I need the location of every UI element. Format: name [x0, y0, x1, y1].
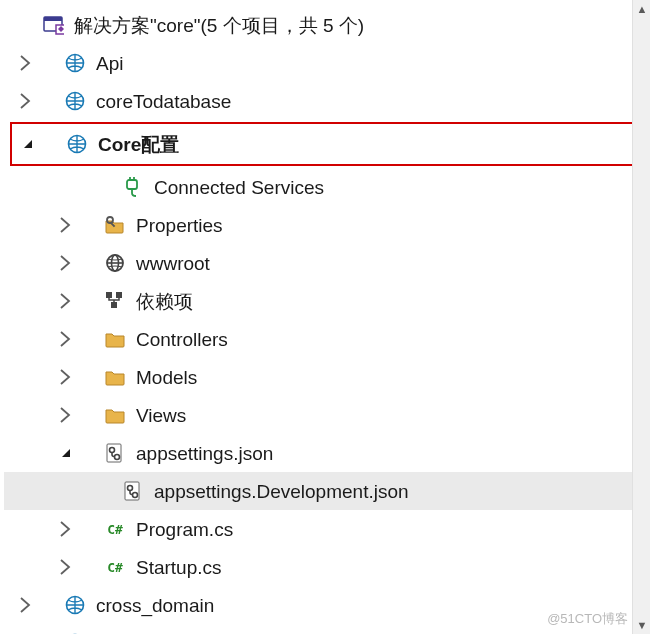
node-views[interactable]: Views	[4, 396, 650, 434]
watermark: @51CTO博客	[547, 610, 628, 628]
node-appsettings[interactable]: appsettings.json	[4, 434, 650, 472]
node-label: appsettings.Development.json	[154, 482, 409, 501]
expander-open-icon[interactable]	[58, 445, 74, 461]
project-label: Core配置	[98, 135, 179, 154]
node-label: Controllers	[136, 330, 228, 349]
node-properties[interactable]: Properties	[4, 206, 650, 244]
scroll-up-icon[interactable]: ▲	[633, 0, 650, 18]
node-dependencies[interactable]: 依赖项	[4, 282, 650, 320]
scroll-down-icon[interactable]: ▼	[633, 616, 650, 634]
json-file-icon	[120, 478, 146, 504]
project-label: cross_domain	[96, 596, 214, 615]
tree: 解决方案"core"(5 个项目，共 5 个) Api coreTodataba…	[0, 0, 650, 634]
node-wwwroot[interactable]: wwwroot	[4, 244, 650, 282]
node-models[interactable]: Models	[4, 358, 650, 396]
node-label: Connected Services	[154, 178, 324, 197]
globe-icon	[102, 250, 128, 276]
web-project-icon	[62, 50, 88, 76]
expander-closed-icon[interactable]	[58, 521, 74, 537]
node-startup-cs[interactable]: C# Startup.cs	[4, 548, 650, 586]
node-label: 依赖项	[136, 292, 193, 311]
solution-icon	[40, 12, 66, 38]
expander-closed-icon[interactable]	[18, 597, 34, 613]
node-program-cs[interactable]: C# Program.cs	[4, 510, 650, 548]
expander-open-icon[interactable]	[20, 136, 36, 152]
node-label: Models	[136, 368, 197, 387]
node-label: appsettings.json	[136, 444, 273, 463]
csharp-file-icon: C#	[102, 516, 128, 542]
folder-icon	[102, 402, 128, 428]
expander-closed-icon[interactable]	[58, 331, 74, 347]
expander-closed-icon[interactable]	[58, 217, 74, 233]
expander-closed-icon[interactable]	[58, 407, 74, 423]
folder-icon	[102, 326, 128, 352]
node-appsettings-dev[interactable]: appsettings.Development.json	[4, 472, 650, 510]
node-connected-services[interactable]: Connected Services	[4, 168, 650, 206]
project-api[interactable]: Api	[4, 44, 650, 82]
web-project-icon	[62, 630, 88, 634]
csharp-file-icon: C#	[102, 554, 128, 580]
solution-explorer-panel: 解决方案"core"(5 个项目，共 5 个) Api coreTodataba…	[0, 0, 650, 634]
node-label: wwwroot	[136, 254, 210, 273]
expander-closed-icon[interactable]	[58, 255, 74, 271]
project-label: coreTodatabase	[96, 92, 231, 111]
node-label: Program.cs	[136, 520, 233, 539]
expander-closed-icon[interactable]	[58, 369, 74, 385]
expander-closed-icon[interactable]	[58, 293, 74, 309]
folder-icon	[102, 364, 128, 390]
expander-closed-icon[interactable]	[18, 55, 34, 71]
vertical-scrollbar[interactable]: ▲ ▼	[632, 0, 650, 634]
expander-closed-icon[interactable]	[18, 93, 34, 109]
project-coreTodatabase[interactable]: coreTodatabase	[4, 82, 650, 120]
node-label: Properties	[136, 216, 223, 235]
expander-closed-icon[interactable]	[58, 559, 74, 575]
plug-icon	[120, 174, 146, 200]
solution-node[interactable]: 解决方案"core"(5 个项目，共 5 个)	[4, 6, 650, 44]
node-label: Startup.cs	[136, 558, 222, 577]
dependencies-icon	[102, 288, 128, 314]
wrench-folder-icon	[102, 212, 128, 238]
node-label: Views	[136, 406, 186, 425]
solution-title: 解决方案"core"(5 个项目，共 5 个)	[74, 16, 364, 35]
project-core-config[interactable]: Core配置	[10, 122, 642, 166]
project-label: Api	[96, 54, 123, 73]
web-project-icon	[62, 88, 88, 114]
json-file-icon	[102, 440, 128, 466]
web-project-icon	[62, 592, 88, 618]
node-controllers[interactable]: Controllers	[4, 320, 650, 358]
web-project-icon	[64, 131, 90, 157]
